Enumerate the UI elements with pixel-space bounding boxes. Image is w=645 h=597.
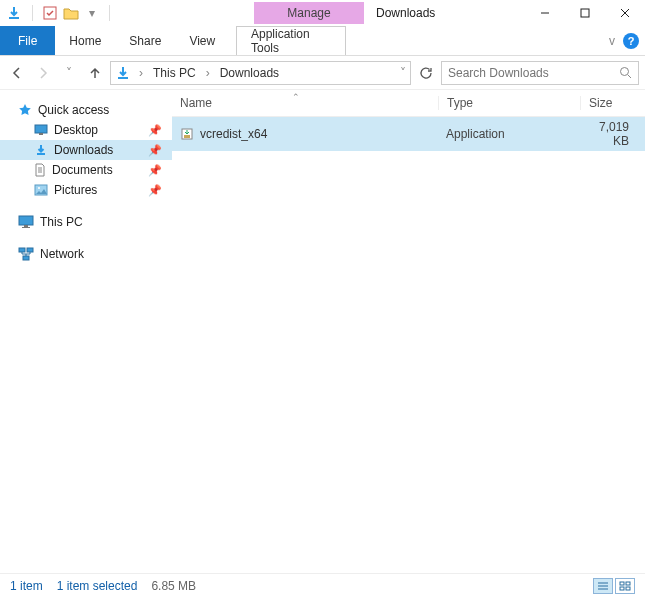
breadcrumb-this-pc[interactable]: This PC bbox=[151, 66, 198, 80]
monitor-icon bbox=[18, 215, 34, 229]
sidebar-item-label: Network bbox=[40, 247, 84, 261]
svg-rect-14 bbox=[184, 135, 190, 138]
address-dropdown-icon[interactable]: ˅ bbox=[400, 66, 406, 80]
status-selection-size: 6.85 MB bbox=[151, 579, 196, 593]
sidebar-item-label: Quick access bbox=[38, 103, 109, 117]
title-bar: ▾ Manage Downloads bbox=[0, 0, 645, 26]
sidebar-this-pc[interactable]: This PC bbox=[0, 212, 172, 232]
properties-icon[interactable] bbox=[43, 6, 57, 20]
svg-rect-3 bbox=[35, 125, 47, 133]
column-header-type[interactable]: Type bbox=[438, 96, 580, 110]
svg-point-2 bbox=[621, 68, 629, 76]
sidebar-item-label: Downloads bbox=[54, 143, 113, 157]
minimize-ribbon-icon[interactable]: v bbox=[609, 34, 615, 48]
pin-icon: 📌 bbox=[148, 144, 162, 157]
svg-rect-11 bbox=[27, 248, 33, 252]
svg-rect-10 bbox=[19, 248, 25, 252]
pin-icon: 📌 bbox=[148, 124, 162, 137]
downloads-arrow-icon bbox=[6, 5, 22, 21]
sidebar-item-desktop[interactable]: Desktop 📌 bbox=[0, 120, 172, 140]
star-icon bbox=[18, 103, 32, 117]
desktop-icon bbox=[34, 124, 48, 136]
recent-locations-dropdown[interactable]: ˅ bbox=[58, 62, 80, 84]
breadcrumb-downloads[interactable]: Downloads bbox=[218, 66, 281, 80]
svg-rect-17 bbox=[620, 587, 624, 590]
ribbon-tabs: File Home Share View Application Tools v… bbox=[0, 26, 645, 56]
file-name-label: vcredist_x64 bbox=[200, 127, 267, 141]
installer-icon bbox=[180, 127, 194, 141]
sidebar-quick-access[interactable]: Quick access bbox=[0, 100, 172, 120]
file-row[interactable]: vcredist_x64 Application 7,019 KB bbox=[172, 117, 645, 151]
sort-indicator-icon: ⌃ bbox=[292, 92, 300, 102]
contextual-tab-manage[interactable]: Manage bbox=[254, 2, 364, 24]
refresh-button[interactable] bbox=[415, 62, 437, 84]
documents-icon bbox=[34, 163, 46, 177]
file-type-label: Application bbox=[438, 127, 580, 141]
pin-icon: 📌 bbox=[148, 164, 162, 177]
svg-rect-1 bbox=[581, 9, 589, 17]
sidebar-network[interactable]: Network bbox=[0, 244, 172, 264]
search-input[interactable] bbox=[448, 66, 619, 80]
svg-rect-16 bbox=[626, 582, 630, 585]
maximize-button[interactable] bbox=[565, 0, 605, 26]
svg-rect-15 bbox=[620, 582, 624, 585]
location-icon bbox=[115, 65, 131, 81]
quick-access-toolbar: ▾ bbox=[0, 5, 114, 21]
folder-icon[interactable] bbox=[63, 5, 79, 21]
search-icon[interactable] bbox=[619, 66, 632, 79]
svg-rect-9 bbox=[22, 227, 30, 228]
search-box[interactable] bbox=[441, 61, 639, 85]
tab-application-tools[interactable]: Application Tools bbox=[236, 26, 346, 55]
help-icon[interactable]: ? bbox=[623, 33, 639, 49]
navigation-bar: ˅ This PC Downloads ˅ bbox=[0, 56, 645, 90]
navigation-pane: Quick access Desktop 📌 Downloads 📌 bbox=[0, 90, 172, 573]
svg-point-6 bbox=[38, 187, 40, 189]
status-item-count: 1 item bbox=[10, 579, 43, 593]
status-selection-count: 1 item selected bbox=[57, 579, 138, 593]
tab-share[interactable]: Share bbox=[115, 26, 175, 55]
column-headers: Name ⌃ Type Size bbox=[172, 90, 645, 117]
svg-rect-4 bbox=[39, 133, 43, 135]
sidebar-item-label: Desktop bbox=[54, 123, 98, 137]
downloads-icon bbox=[34, 143, 48, 157]
pin-icon: 📌 bbox=[148, 184, 162, 197]
forward-button[interactable] bbox=[32, 62, 54, 84]
svg-rect-18 bbox=[626, 587, 630, 590]
file-list: Name ⌃ Type Size vcredist_x64 Applicatio… bbox=[172, 90, 645, 573]
close-button[interactable] bbox=[605, 0, 645, 26]
minimize-button[interactable] bbox=[525, 0, 565, 26]
tab-home[interactable]: Home bbox=[55, 26, 115, 55]
up-button[interactable] bbox=[84, 62, 106, 84]
status-bar: 1 item 1 item selected 6.85 MB bbox=[0, 573, 645, 597]
tab-view[interactable]: View bbox=[175, 26, 229, 55]
view-toggles bbox=[593, 578, 635, 594]
column-header-name[interactable]: Name bbox=[180, 96, 438, 110]
address-bar[interactable]: This PC Downloads ˅ bbox=[110, 61, 411, 85]
tab-file[interactable]: File bbox=[0, 26, 55, 55]
sidebar-item-label: This PC bbox=[40, 215, 83, 229]
sidebar-item-label: Pictures bbox=[54, 183, 97, 197]
network-icon bbox=[18, 247, 34, 261]
thumbnails-view-button[interactable] bbox=[615, 578, 635, 594]
back-button[interactable] bbox=[6, 62, 28, 84]
qat-dropdown-icon[interactable]: ▾ bbox=[85, 6, 99, 20]
window-title: Downloads bbox=[376, 6, 435, 20]
svg-rect-8 bbox=[24, 225, 28, 227]
sidebar-item-label: Documents bbox=[52, 163, 113, 177]
main-area: Quick access Desktop 📌 Downloads 📌 bbox=[0, 90, 645, 573]
window-controls bbox=[525, 0, 645, 26]
sidebar-item-downloads[interactable]: Downloads 📌 bbox=[0, 140, 172, 160]
sidebar-item-pictures[interactable]: Pictures 📌 bbox=[0, 180, 172, 200]
details-view-button[interactable] bbox=[593, 578, 613, 594]
sidebar-item-documents[interactable]: Documents 📌 bbox=[0, 160, 172, 180]
svg-rect-12 bbox=[23, 256, 29, 260]
column-header-size[interactable]: Size bbox=[580, 96, 641, 110]
file-size-label: 7,019 KB bbox=[580, 120, 641, 148]
svg-rect-7 bbox=[19, 216, 33, 225]
pictures-icon bbox=[34, 184, 48, 196]
